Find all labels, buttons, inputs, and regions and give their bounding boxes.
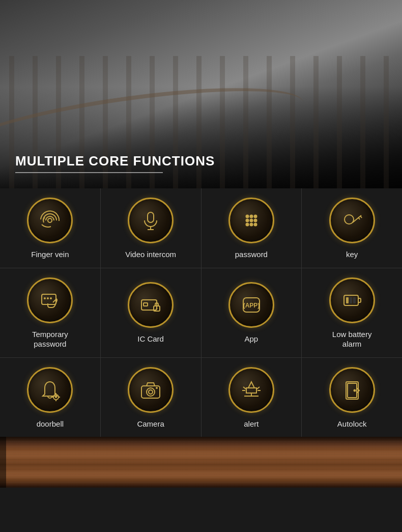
cell-finger-vein[interactable]: Finger vein <box>0 188 101 268</box>
svg-point-5 <box>249 215 253 218</box>
ic-card-icon <box>138 293 163 317</box>
doorbell-icon <box>38 378 62 402</box>
svg-point-33 <box>55 396 57 398</box>
title-area: MULTIPLE CORE FUNCTIONS <box>15 153 215 173</box>
page-title: MULTIPLE CORE FUNCTIONS <box>15 153 215 169</box>
svg-rect-29 <box>346 297 349 303</box>
svg-point-13 <box>344 215 354 224</box>
camera-icon <box>138 378 163 402</box>
app-icon-circle: (APP) <box>228 282 274 328</box>
cell-password[interactable]: password <box>202 188 302 268</box>
svg-rect-30 <box>350 297 352 303</box>
svg-point-9 <box>253 219 257 222</box>
hero-section: MULTIPLE CORE FUNCTIONS <box>0 0 402 188</box>
svg-point-20 <box>50 297 52 299</box>
key-icon-circle <box>329 198 375 243</box>
svg-point-8 <box>249 219 253 222</box>
password-icon-circle <box>228 198 274 243</box>
ic-card-label: IC Card <box>137 334 164 344</box>
alert-icon-circle <box>228 367 274 413</box>
cell-video-intercom[interactable]: Video intercom <box>101 188 202 268</box>
svg-line-45 <box>257 387 260 389</box>
cell-camera[interactable]: Camera <box>101 358 202 437</box>
password-label: password <box>235 249 268 260</box>
svg-point-39 <box>147 388 155 396</box>
page-wrapper: MULTIPLE CORE FUNCTIONS Finger ve <box>0 0 402 532</box>
svg-point-12 <box>253 223 257 227</box>
cell-key[interactable]: key <box>302 188 402 268</box>
app-icon: (APP) <box>239 293 264 317</box>
low-battery-icon-circle <box>329 277 375 323</box>
svg-rect-17 <box>42 294 56 304</box>
svg-point-11 <box>249 223 253 227</box>
cell-app[interactable]: (APP) App <box>202 268 302 357</box>
svg-text:(APP): (APP) <box>243 302 260 309</box>
svg-point-40 <box>149 390 153 394</box>
low-battery-label: Low battery alarm <box>332 329 372 349</box>
svg-point-18 <box>44 297 46 299</box>
autolock-label: Autolock <box>337 419 367 429</box>
dots-grid-icon <box>239 208 264 233</box>
doorbell-label: doorbell <box>37 419 64 429</box>
svg-line-44 <box>243 387 246 389</box>
key-icon <box>340 208 364 233</box>
svg-rect-28 <box>358 298 361 302</box>
svg-point-7 <box>245 219 249 222</box>
cell-temporary-password[interactable]: Temporary password <box>0 268 101 357</box>
doorbell-icon-circle <box>27 367 73 413</box>
temp-password-label: Temporary password <box>32 329 68 349</box>
temp-password-icon-circle <box>27 277 73 323</box>
microphone-icon <box>138 208 163 233</box>
svg-point-50 <box>353 389 356 391</box>
finger-vein-icon-circle <box>27 198 73 243</box>
svg-point-24 <box>156 308 158 310</box>
svg-line-15 <box>358 217 360 219</box>
svg-rect-22 <box>143 303 148 306</box>
cell-autolock[interactable]: Autolock <box>302 358 402 437</box>
cell-ic-card[interactable]: IC Card <box>101 268 202 357</box>
camera-icon-circle <box>128 367 174 413</box>
svg-point-10 <box>245 223 249 227</box>
fingerprint-icon <box>38 208 62 233</box>
grid-section: Finger vein Video intercom <box>0 188 402 437</box>
svg-point-19 <box>47 297 49 299</box>
svg-line-16 <box>360 216 362 218</box>
cell-doorbell[interactable]: doorbell <box>0 358 101 437</box>
grid-row-1: Finger vein Video intercom <box>0 188 402 268</box>
temp-password-icon <box>38 288 62 313</box>
alert-icon <box>239 378 264 402</box>
cell-alert[interactable]: alert <box>202 358 302 437</box>
svg-point-0 <box>48 218 52 222</box>
svg-point-6 <box>253 215 257 218</box>
alert-label: alert <box>244 419 259 429</box>
key-label: key <box>346 249 358 260</box>
svg-point-4 <box>245 215 249 218</box>
title-underline <box>15 172 163 173</box>
wood-section <box>0 437 402 488</box>
cell-low-battery[interactable]: Low battery alarm <box>302 268 402 357</box>
svg-point-41 <box>156 387 158 389</box>
grid-row-3: doorbell Camera <box>0 358 402 437</box>
grid-row-2: Temporary password IC Card <box>0 268 402 358</box>
camera-label: Camera <box>137 419 164 429</box>
svg-rect-1 <box>148 212 154 222</box>
autolock-icon <box>340 378 364 402</box>
video-intercom-icon-circle <box>128 198 174 243</box>
ic-card-icon-circle <box>128 282 174 328</box>
battery-icon <box>340 288 364 313</box>
finger-vein-label: Finger vein <box>31 249 69 260</box>
svg-rect-31 <box>353 297 356 303</box>
video-intercom-label: Video intercom <box>125 249 176 260</box>
app-label: App <box>245 334 259 344</box>
autolock-icon-circle <box>329 367 375 413</box>
